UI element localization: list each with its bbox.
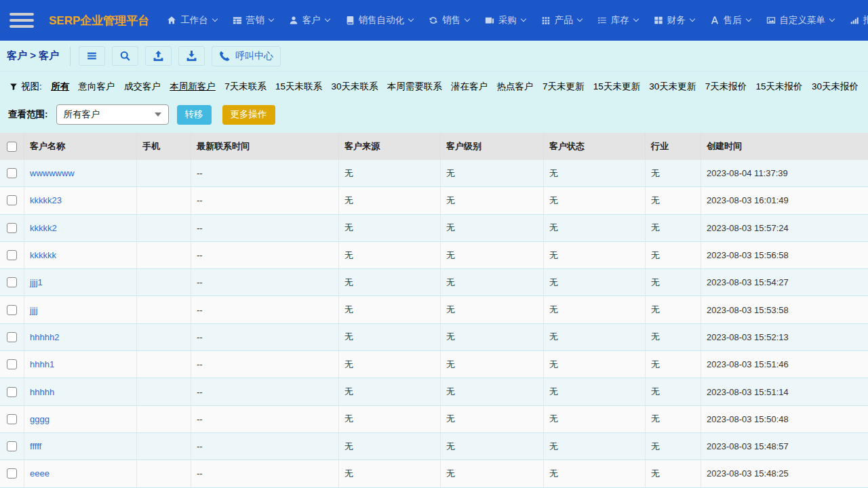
chevron-down-icon [633,16,639,22]
export-button[interactable] [178,46,205,66]
nav-item-sales-automation[interactable]: 销售自动化 [345,14,414,26]
cell-created: 2023-08-03 16:01:49 [701,187,868,214]
nav-item-label: 销售 [442,14,460,26]
transfer-button[interactable]: 转移 [177,105,212,125]
customer-name-cell: jjjj [24,296,137,323]
view-tab-12[interactable]: 30天未更新 [649,81,696,93]
customer-name-link[interactable]: fffff [30,441,41,451]
customer-name-link[interactable]: kkkkk2 [30,223,57,233]
view-tab-10[interactable]: 7天未更新 [542,81,585,93]
customer-name-cell: jjjj1 [24,269,137,296]
cell-status: 无 [544,187,646,214]
customer-table: 客户名称手机最新联系时间客户来源客户级别客户状态行业创建时间 wwwwwww--… [0,133,868,488]
import-button[interactable] [145,46,172,66]
list-view-button[interactable] [79,46,105,66]
row-checkbox-cell [0,242,24,268]
row-checkbox[interactable] [7,441,17,451]
cell-source: 无 [339,324,441,350]
row-checkbox[interactable] [7,168,17,178]
cell-status: 无 [544,215,646,241]
view-tab-2[interactable]: 成交客户 [124,81,161,93]
upload-icon [153,50,164,62]
customer-name-link[interactable]: jjjj [30,305,38,315]
home-icon [167,16,176,25]
header-cell: 手机 [137,133,191,160]
cell-created: 2023-08-03 15:52:13 [701,324,868,350]
view-tab-6[interactable]: 30天未联系 [331,81,378,93]
customer-name-link[interactable]: hhhh1 [30,359,54,369]
row-checkbox[interactable] [7,359,17,369]
breadcrumb-toolbar: 客户 > 客户 呼叫中心 [0,41,868,72]
view-tab-9[interactable]: 热点客户 [497,81,534,93]
row-checkbox[interactable] [7,223,17,233]
chart-icon [850,16,859,25]
nav-item-reports[interactable]: 报 [850,14,868,26]
view-tab-7[interactable]: 本周需要联系 [387,81,442,93]
select-all-checkbox[interactable] [7,142,17,152]
hamburger-menu-icon[interactable] [9,13,34,28]
nav-item-purchase[interactable]: 采购 [485,14,526,26]
cell-source: 无 [339,269,441,296]
scope-select-value: 所有客户 [64,108,100,121]
header-cell: 客户名称 [24,133,137,160]
customer-name-link[interactable]: jjjj1 [30,277,43,287]
call-center-button[interactable]: 呼叫中心 [212,46,281,66]
table-row: hhhhh2--无无无无2023-08-03 15:52:13 [0,324,868,351]
row-checkbox[interactable] [7,468,17,479]
view-tab-11[interactable]: 15天未更新 [593,81,640,93]
nav-item-workbench[interactable]: 工作台 [167,14,217,26]
view-tab-1[interactable]: 意向客户 [79,81,115,93]
row-checkbox[interactable] [7,195,17,205]
nav-item-label: 产品 [555,14,573,26]
scope-select[interactable]: 所有客户 [56,104,169,125]
customer-name-link[interactable]: wwwwwww [30,168,75,178]
download-icon [186,50,197,62]
view-tab-3[interactable]: 本周新客户 [170,81,216,93]
row-checkbox[interactable] [7,387,17,397]
customer-name-link[interactable]: eeee [30,468,50,479]
more-actions-button[interactable]: 更多操作 [222,105,275,125]
nav-item-marketing[interactable]: 营销 [233,14,273,26]
cell-level: 无 [441,215,544,241]
row-checkbox[interactable] [7,277,17,287]
nav-item-custom-menu[interactable]: 自定义菜单 [766,14,835,26]
row-checkbox[interactable] [7,250,17,260]
nav-item-product[interactable]: 产品 [541,14,582,26]
row-checkbox[interactable] [7,414,17,424]
cell-phone [137,351,191,378]
nav-item-label: 采购 [498,14,517,26]
cell-last_contact: -- [191,269,339,296]
row-checkbox[interactable] [7,332,17,342]
view-tab-5[interactable]: 15天未联系 [275,81,322,93]
customer-name-link[interactable]: kkkkkk [30,250,56,260]
header-cell: 客户级别 [441,133,544,160]
view-tab-14[interactable]: 15天未报价 [756,81,803,93]
chevron-down-icon [577,16,583,22]
table-row: eeee--无无无无2023-08-03 15:48:25 [0,460,868,487]
nav-item-after-sales[interactable]: 售后 [710,14,751,26]
customer-name-link[interactable]: kkkkk23 [30,195,62,205]
nav-item-customers[interactable]: 客户 [289,14,330,26]
view-tab-8[interactable]: 潜在客户 [451,81,488,93]
row-checkbox-cell [0,433,24,460]
breadcrumb[interactable]: 客户 > 客户 [7,49,59,62]
view-tab-13[interactable]: 7天未报价 [705,81,747,93]
nav-item-label: 库存 [611,14,629,26]
nav-item-inventory[interactable]: 库存 [597,14,638,26]
customer-name-link[interactable]: hhhhh [30,387,54,397]
view-tab-4[interactable]: 7天未联系 [224,81,267,93]
customer-name-link[interactable]: gggg [30,414,50,424]
search-button[interactable] [112,46,138,66]
menu-icon [86,50,98,62]
nav-item-sales[interactable]: 销售 [429,14,469,26]
view-tab-15[interactable]: 30天未报价 [812,81,859,93]
cell-phone [137,378,191,405]
nav-item-finance[interactable]: 财务 [654,14,694,26]
font-icon [710,16,719,25]
nav-item-label: 财务 [667,14,686,26]
cell-level: 无 [441,242,544,268]
customer-name-link[interactable]: hhhhh2 [30,332,59,342]
row-checkbox[interactable] [7,305,17,315]
view-tab-0[interactable]: 所有 [51,81,69,93]
row-checkbox-cell [0,215,24,241]
